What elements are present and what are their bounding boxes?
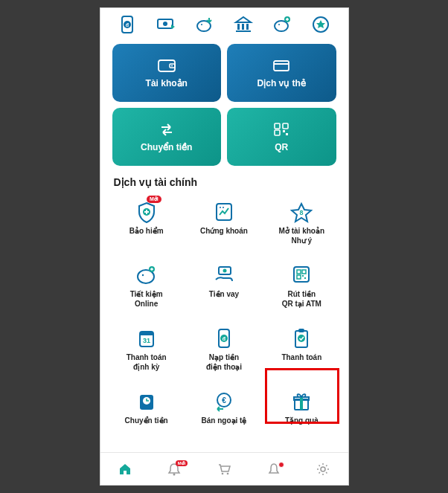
svg-rect-10 xyxy=(236,30,251,32)
svg-rect-36 xyxy=(297,270,301,274)
card-service-label: Dịch vụ thẻ xyxy=(257,78,306,88)
svg-text:đ: đ xyxy=(125,22,129,28)
card-service-card[interactable]: Dịch vụ thẻ xyxy=(227,44,336,102)
piggy-down-icon[interactable] xyxy=(193,14,216,35)
piggy-save-icon xyxy=(130,262,163,289)
main-cards-grid: Tài khoản Dịch vụ thẻ Chuyển tiền QR xyxy=(100,44,348,166)
app-screen: đ Tài khoản Dịch vụ thẻ Chuyển tiền xyxy=(100,7,349,486)
service-label: Rút tiền QR tại ATM xyxy=(282,290,321,309)
svg-rect-9 xyxy=(246,24,249,30)
loan-hand-icon xyxy=(208,262,240,289)
bottom-nav: Mới xyxy=(100,452,348,485)
service-label: Thanh toán định kỳ xyxy=(127,353,167,372)
piggy-plus-icon[interactable] xyxy=(271,14,293,35)
svg-point-28 xyxy=(223,207,224,208)
qr-card-label: QR xyxy=(275,142,288,152)
svg-rect-8 xyxy=(242,24,244,30)
service-qr-atm[interactable]: Rút tiền QR tại ATM xyxy=(263,259,340,312)
svg-rect-19 xyxy=(274,63,289,65)
service-stocks[interactable]: Chứng khoán xyxy=(185,196,263,248)
svg-rect-23 xyxy=(283,130,285,132)
svg-text:8: 8 xyxy=(300,209,304,216)
service-gift[interactable]: Tặng quà xyxy=(263,385,340,437)
svg-point-6 xyxy=(201,24,202,25)
svg-rect-18 xyxy=(274,61,289,71)
svg-text:€: € xyxy=(222,396,226,405)
new-badge: Mới xyxy=(147,196,161,203)
service-loan[interactable]: Tiền vay xyxy=(185,259,263,312)
stocks-icon xyxy=(208,199,240,225)
cart-icon xyxy=(217,462,231,477)
phone-topup-icon: đ xyxy=(208,325,240,352)
nav-promo[interactable]: Mới xyxy=(159,462,189,477)
bank-icon[interactable] xyxy=(232,14,255,35)
svg-point-4 xyxy=(163,22,167,26)
nav-cart[interactable] xyxy=(209,462,239,477)
services-grid: Mới Bảo hiểm Chứng khoán 8 Mở tài khoản … xyxy=(100,196,348,437)
svg-point-31 xyxy=(141,274,143,276)
top-shortcut-row: đ xyxy=(100,8,348,44)
svg-text:đ: đ xyxy=(223,336,226,341)
svg-point-59 xyxy=(227,472,229,474)
service-phone-topup[interactable]: đ Nạp tiền điện thoại xyxy=(185,322,263,375)
service-recurring-payment[interactable]: 31 Thanh toán định kỳ xyxy=(108,322,185,375)
account-card-label: Tài khoản xyxy=(146,78,188,88)
svg-point-12 xyxy=(278,24,280,25)
nav-dot xyxy=(278,462,284,468)
qr-icon xyxy=(272,121,291,138)
svg-rect-22 xyxy=(275,130,280,135)
qr-card[interactable]: QR xyxy=(227,108,336,166)
account-card[interactable]: Tài khoản xyxy=(112,44,222,102)
svg-point-17 xyxy=(171,65,173,67)
transfer-icon[interactable] xyxy=(155,14,177,35)
qr-atm-icon xyxy=(285,262,318,289)
svg-point-27 xyxy=(220,207,221,208)
svg-point-60 xyxy=(321,467,325,471)
rewards-icon[interactable] xyxy=(310,14,332,35)
star-icon: 8 xyxy=(285,199,318,225)
phone-d-icon[interactable]: đ xyxy=(116,14,138,35)
svg-rect-21 xyxy=(283,123,288,129)
nav-home[interactable] xyxy=(110,462,140,477)
service-open-account[interactable]: 8 Mở tài khoản Như ý xyxy=(263,196,340,248)
calendar-icon: 31 xyxy=(130,325,163,352)
service-label: Chuyển tiền xyxy=(125,416,168,434)
svg-point-49 xyxy=(298,335,305,342)
service-label: Tiền vay xyxy=(209,290,239,308)
svg-point-11 xyxy=(275,21,288,31)
svg-rect-7 xyxy=(237,24,240,30)
service-label: Tặng quà xyxy=(285,416,319,434)
transfer-arrows-icon xyxy=(157,121,176,138)
nav-settings[interactable] xyxy=(308,462,338,477)
service-forex[interactable]: € Bán ngoại tệ xyxy=(185,385,263,437)
section-title: Dịch vụ tài chính xyxy=(100,166,348,196)
transfer-card-label: Chuyển tiền xyxy=(141,142,192,152)
service-label: Tiết kiệm Online xyxy=(130,290,163,309)
service-savings[interactable]: Tiết kiệm Online xyxy=(108,259,185,312)
service-label: Nạp tiền điện thoại xyxy=(206,353,242,372)
gift-icon xyxy=(285,388,318,415)
svg-point-34 xyxy=(223,269,226,273)
service-transfer-scheduled[interactable]: Chuyển tiền xyxy=(108,385,185,437)
service-payment[interactable]: Thanh toán xyxy=(263,322,340,375)
transfer-card[interactable]: Chuyển tiền xyxy=(112,108,222,166)
card-icon xyxy=(272,57,291,74)
svg-point-58 xyxy=(222,472,224,474)
svg-rect-20 xyxy=(275,123,280,129)
svg-text:31: 31 xyxy=(143,337,150,344)
svg-rect-42 xyxy=(140,332,153,335)
service-label: Bán ngoại tệ xyxy=(202,416,247,434)
shield-plus-icon: Mới xyxy=(130,199,163,225)
settings-icon xyxy=(316,462,330,477)
service-label: Thanh toán xyxy=(281,353,321,371)
euro-exchange-icon: € xyxy=(208,388,240,415)
nav-notifications[interactable] xyxy=(259,462,289,477)
svg-rect-35 xyxy=(294,267,309,282)
svg-rect-24 xyxy=(286,133,288,135)
service-label: Chứng khoán xyxy=(200,227,248,245)
home-icon xyxy=(118,462,132,477)
svg-rect-38 xyxy=(297,275,301,279)
service-insurance[interactable]: Mới Bảo hiểm xyxy=(108,196,185,248)
service-label: Mở tài khoản Như ý xyxy=(279,227,324,245)
svg-rect-56 xyxy=(300,397,303,410)
